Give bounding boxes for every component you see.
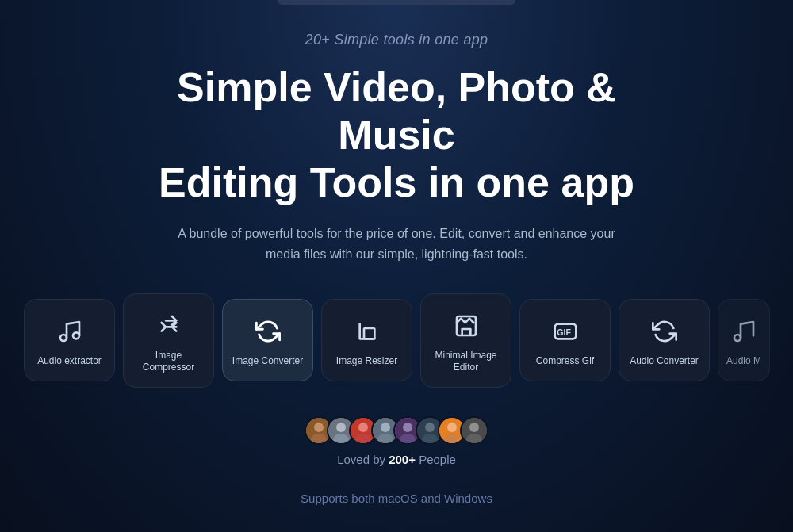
loved-suffix: People: [416, 453, 456, 466]
tool-label-image-resizer: Image Resizer: [336, 355, 397, 368]
image-edit-icon: [450, 310, 482, 342]
svg-point-14: [358, 423, 368, 432]
main-title-line2: Editing Tools in one app: [159, 159, 634, 205]
social-proof-section: Loved by 200+ People: [305, 416, 488, 466]
svg-point-23: [425, 423, 435, 432]
music-note-icon: [54, 316, 86, 347]
tool-card-image-resizer[interactable]: Image Resizer: [321, 299, 412, 381]
svg-point-29: [469, 423, 479, 432]
tool-label-minimal-image-editor: Minimal ImageEditor: [435, 350, 496, 374]
description-text: A bundle of powerful tools for the price…: [174, 224, 619, 264]
svg-point-0: [60, 335, 67, 341]
avatars-row: [305, 416, 488, 445]
tool-card-audio-partial[interactable]: Audio M: [718, 299, 770, 381]
tool-card-audio-extractor[interactable]: Audio extractor: [24, 299, 115, 381]
loved-count: 200+: [389, 453, 416, 466]
loved-prefix: Loved by: [337, 453, 389, 466]
tools-carousel: Audio extractor ImageCompressor Image: [0, 293, 793, 388]
main-content: 20+ Simple tools in one app Simple Video…: [0, 0, 793, 505]
tool-card-audio-converter[interactable]: Audio Converter: [619, 299, 710, 381]
audio-partial-icon: [728, 316, 760, 347]
main-title: Simple Video, Photo & Music Editing Tool…: [119, 64, 674, 206]
svg-point-17: [381, 423, 390, 432]
svg-point-1: [73, 333, 79, 339]
tool-label-image-converter: Image Converter: [232, 355, 303, 368]
svg-point-6: [734, 335, 741, 341]
audio-refresh-icon: [649, 316, 680, 347]
svg-point-11: [336, 423, 346, 432]
svg-text:GIF: GIF: [557, 328, 571, 338]
tool-label-audio-extractor: Audio extractor: [37, 355, 102, 368]
tool-label-compress-gif: Compress Gif: [536, 355, 594, 368]
supports-text: Supports both macOS and Windows: [301, 492, 492, 505]
svg-point-20: [403, 423, 412, 432]
svg-rect-2: [364, 328, 374, 339]
crop-icon: [351, 316, 383, 347]
gif-icon: GIF: [550, 316, 581, 347]
avatar-8: [460, 416, 488, 445]
tool-card-image-converter[interactable]: Image Converter: [222, 299, 313, 381]
svg-point-8: [314, 423, 324, 432]
main-title-line1: Simple Video, Photo & Music: [177, 64, 616, 158]
tool-card-minimal-image-editor[interactable]: Minimal ImageEditor: [420, 293, 511, 388]
tool-label-audio-partial: Audio M: [726, 355, 761, 368]
compress-arrows-icon: [153, 310, 185, 342]
tool-label-image-compressor: ImageCompressor: [143, 350, 194, 374]
tool-card-compress-gif[interactable]: GIF Compress Gif: [519, 299, 611, 381]
refresh-icon: [252, 316, 284, 347]
loved-text: Loved by 200+ People: [337, 453, 456, 466]
subtitle: 20+ Simple tools in one app: [305, 32, 488, 48]
tool-card-image-compressor[interactable]: ImageCompressor: [123, 293, 214, 388]
tool-label-audio-converter: Audio Converter: [630, 355, 699, 368]
svg-point-26: [447, 423, 457, 432]
